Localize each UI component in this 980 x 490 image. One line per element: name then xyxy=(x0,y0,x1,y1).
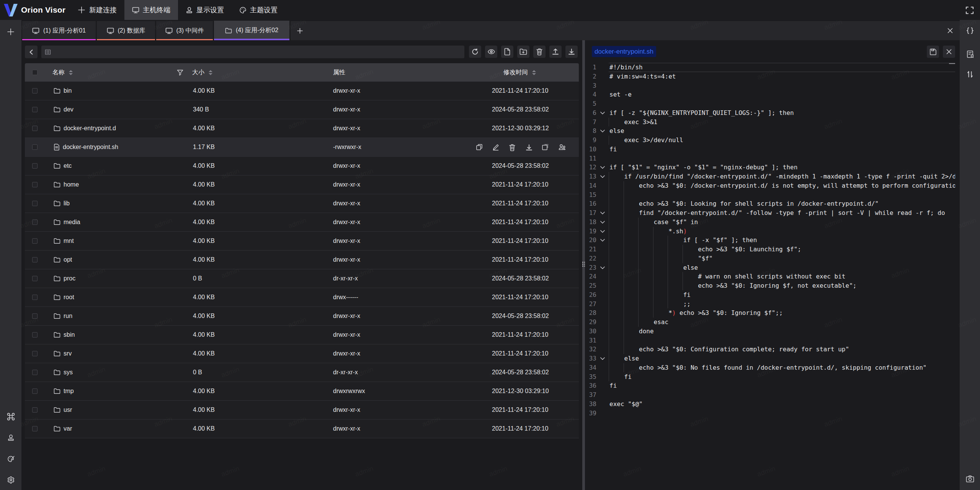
code-area[interactable]: 1#!/bin/sh2# vim:sw=4:ts=4:et34set -e56i… xyxy=(585,63,955,490)
row-checkbox[interactable] xyxy=(32,313,38,319)
tab-1[interactable]: (1) 应用-分析01 xyxy=(22,21,96,40)
sidebar-item-settings[interactable] xyxy=(5,474,16,485)
row-checkbox[interactable] xyxy=(32,351,38,356)
row-checkbox[interactable] xyxy=(32,126,38,131)
sort-name[interactable] xyxy=(69,70,73,75)
file-name-cell[interactable]: lib xyxy=(54,194,70,213)
delete-button[interactable] xyxy=(533,46,546,58)
sidebar-item-new-connection[interactable] xyxy=(5,26,16,37)
file-row[interactable]: bin4.00 KBdrwxr-xr-x2021-11-24 17:20:10 xyxy=(25,82,579,100)
row-checkbox[interactable] xyxy=(32,370,38,375)
file-row[interactable]: var4.00 KBdrwxr-xr-x2021-11-24 17:20:10 xyxy=(25,420,579,438)
file-name-cell[interactable]: usr xyxy=(54,401,72,419)
file-row[interactable]: sbin4.00 KBdrwxr-xr-x2021-11-24 17:20:10 xyxy=(25,326,579,344)
sidebar-item-theme[interactable] xyxy=(5,453,16,464)
file-name-cell[interactable]: srv xyxy=(54,344,72,363)
sidebar-item-user-settings[interactable] xyxy=(5,432,16,443)
download-button[interactable] xyxy=(565,46,578,58)
fold-chevron-icon[interactable] xyxy=(599,265,606,271)
file-row[interactable]: docker-entrypoint.sh1.17 KB-rwxrwxr-x xyxy=(25,138,579,157)
row-checkbox[interactable] xyxy=(32,332,38,338)
fold-chevron-icon[interactable] xyxy=(599,219,606,225)
path-list-icon[interactable] xyxy=(45,49,51,55)
column-header-name[interactable]: 名称 xyxy=(52,63,73,82)
fold-chevron-icon[interactable] xyxy=(599,174,606,180)
file-row[interactable]: dev340 Bdrwxr-xr-x2024-05-28 23:58:02 xyxy=(25,100,579,119)
menu-item-host-terminal[interactable]: 主机终端 xyxy=(124,0,178,20)
row-checkbox[interactable] xyxy=(32,238,38,244)
save-button[interactable] xyxy=(927,46,939,58)
row-action-delete[interactable] xyxy=(509,144,516,151)
new-file-button[interactable] xyxy=(501,46,513,58)
row-checkbox[interactable] xyxy=(32,182,38,187)
file-row[interactable]: sys0 Bdr-xr-xr-x2024-05-28 23:58:02 xyxy=(25,363,579,382)
row-checkbox[interactable] xyxy=(32,257,38,262)
filter-icon[interactable] xyxy=(177,63,183,82)
row-checkbox[interactable] xyxy=(32,220,38,225)
row-checkbox[interactable] xyxy=(32,276,38,281)
close-editor-button[interactable] xyxy=(943,46,955,58)
new-tab-button[interactable] xyxy=(294,25,305,36)
fold-chevron-icon[interactable] xyxy=(599,164,606,170)
row-action-move[interactable] xyxy=(542,144,549,151)
file-name-cell[interactable]: run xyxy=(54,307,72,325)
row-checkbox[interactable] xyxy=(32,144,38,150)
menu-item-display-settings[interactable]: 显示设置 xyxy=(178,0,232,20)
file-row[interactable]: srv4.00 KBdrwxr-xr-x2021-11-24 17:20:10 xyxy=(25,344,579,363)
path-input[interactable] xyxy=(54,49,456,55)
file-row[interactable]: mnt4.00 KBdrwxr-xr-x2021-11-24 17:20:10 xyxy=(25,232,579,251)
file-name-cell[interactable]: mnt xyxy=(54,232,74,250)
sidebar-item-shortcuts[interactable] xyxy=(5,411,16,422)
file-name-cell[interactable]: home xyxy=(54,175,79,194)
sidebar-item-json-view[interactable] xyxy=(965,26,975,37)
row-checkbox[interactable] xyxy=(32,201,38,206)
row-action-permission[interactable] xyxy=(558,144,565,151)
upload-button[interactable] xyxy=(549,46,562,58)
sidebar-item-screenshot[interactable] xyxy=(965,474,975,484)
sidebar-item-transfer-list[interactable] xyxy=(965,69,975,80)
fold-chevron-icon[interactable] xyxy=(599,356,606,362)
row-checkbox[interactable] xyxy=(32,388,38,394)
file-row[interactable]: lib4.00 KBdrwxr-xr-x2021-11-24 17:20:10 xyxy=(25,194,579,213)
back-button[interactable] xyxy=(25,46,38,58)
menu-item-new-connection[interactable]: 新建连接 xyxy=(70,0,124,20)
fold-chevron-icon[interactable] xyxy=(599,228,606,234)
file-name-cell[interactable]: dev xyxy=(54,100,74,119)
row-checkbox[interactable] xyxy=(32,163,38,169)
file-row[interactable]: usr4.00 KBdrwxr-xr-x2021-11-24 17:20:10 xyxy=(25,401,579,420)
row-action-download[interactable] xyxy=(525,144,532,151)
file-name-cell[interactable]: docker-entrypoint.sh xyxy=(54,138,118,156)
menu-item-theme-settings[interactable]: 主题设置 xyxy=(232,0,285,20)
tab-2[interactable]: (2) 数据库 xyxy=(97,21,155,40)
select-all-checkbox[interactable] xyxy=(32,70,38,75)
file-name-cell[interactable]: docker-entrypoint.d xyxy=(54,119,116,138)
preview-button[interactable] xyxy=(485,46,497,58)
row-action-copy[interactable] xyxy=(476,144,483,151)
sort-mtime[interactable] xyxy=(532,70,536,75)
row-checkbox[interactable] xyxy=(32,88,38,93)
row-checkbox[interactable] xyxy=(32,107,38,112)
fold-chevron-icon[interactable] xyxy=(599,128,606,134)
row-checkbox[interactable] xyxy=(32,407,38,413)
file-name-cell[interactable]: bin xyxy=(54,82,72,100)
new-folder-button[interactable] xyxy=(517,46,529,58)
column-header-mtime[interactable]: 修改时间 xyxy=(503,63,536,82)
panel-splitter[interactable] xyxy=(582,40,585,490)
file-row[interactable]: run4.00 KBdrwxr-xr-x2024-05-28 23:58:02 xyxy=(25,307,579,326)
file-row[interactable]: etc4.00 KBdrwxr-xr-x2024-05-28 23:58:02 xyxy=(25,157,579,175)
file-row[interactable]: docker-entrypoint.d4.00 KBdrwxr-xr-x2021… xyxy=(25,119,579,138)
fullscreen-button[interactable] xyxy=(965,5,975,15)
file-name-cell[interactable]: sys xyxy=(54,363,73,382)
column-header-size[interactable]: 大小 xyxy=(192,63,212,82)
file-row[interactable]: opt4.00 KBdrwxr-xr-x2021-11-24 17:20:10 xyxy=(25,251,579,269)
refresh-button[interactable] xyxy=(469,46,481,58)
row-action-rename[interactable] xyxy=(492,144,499,151)
file-name-cell[interactable]: sbin xyxy=(54,326,75,344)
fold-chevron-icon[interactable] xyxy=(599,210,606,216)
sort-size[interactable] xyxy=(209,70,212,75)
file-name-cell[interactable]: etc xyxy=(54,157,72,175)
file-name-cell[interactable]: tmp xyxy=(54,382,74,400)
tab-4[interactable]: (4) 应用-分析02 xyxy=(214,21,289,40)
file-row[interactable]: proc0 Bdr-xr-xr-x2024-05-28 23:58:02 xyxy=(25,269,579,288)
file-name-cell[interactable]: var xyxy=(54,420,72,438)
